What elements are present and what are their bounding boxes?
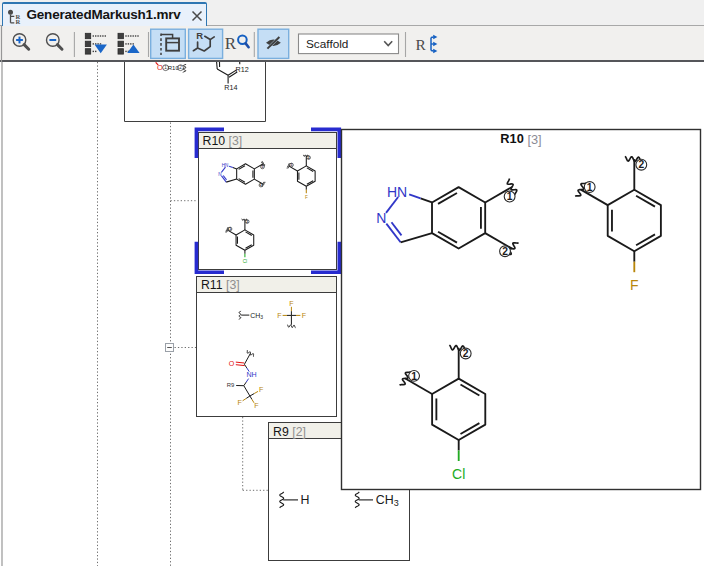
svg-text:1: 1 xyxy=(507,191,513,202)
svg-text:1: 1 xyxy=(262,165,264,169)
svg-text:2: 2 xyxy=(179,65,182,70)
svg-text:F: F xyxy=(630,277,639,293)
svg-text:F: F xyxy=(289,300,294,308)
svg-text:Scaffold: Scaffold xyxy=(306,37,348,51)
svg-text:R10 [3]: R10 [3] xyxy=(500,131,541,146)
svg-text:1: 1 xyxy=(587,182,593,193)
svg-text:O: O xyxy=(229,360,235,368)
svg-text:F: F xyxy=(259,386,264,394)
svg-text:HN: HN xyxy=(222,163,229,168)
svg-text:2: 2 xyxy=(260,183,262,187)
svg-text:N: N xyxy=(218,172,221,177)
svg-text:R14: R14 xyxy=(224,83,237,92)
svg-text:HN: HN xyxy=(387,184,407,200)
svg-text:F: F xyxy=(237,399,242,407)
svg-text:1: 1 xyxy=(229,227,231,231)
svg-text:N: N xyxy=(376,210,386,226)
svg-text:Cl: Cl xyxy=(452,466,465,482)
svg-text:R: R xyxy=(15,18,20,25)
svg-text:1: 1 xyxy=(411,371,417,382)
svg-text:NH: NH xyxy=(246,371,256,379)
svg-text:F: F xyxy=(305,195,308,200)
svg-text:F: F xyxy=(254,402,259,410)
svg-text:F: F xyxy=(302,312,307,320)
svg-text:H: H xyxy=(300,493,309,507)
svg-text:R: R xyxy=(196,30,203,41)
svg-text:2: 2 xyxy=(463,348,469,359)
svg-text:R11 [3]: R11 [3] xyxy=(201,278,240,292)
svg-text:Cl: Cl xyxy=(243,259,247,264)
svg-text:2: 2 xyxy=(308,156,310,160)
svg-text:2: 2 xyxy=(246,220,248,224)
svg-text:R12: R12 xyxy=(236,65,249,74)
svg-text:R10 [3]: R10 [3] xyxy=(203,134,243,148)
svg-text:R9: R9 xyxy=(227,382,235,388)
svg-text:1: 1 xyxy=(291,163,293,167)
svg-text:2: 2 xyxy=(638,159,644,170)
svg-text:O: O xyxy=(157,63,163,72)
svg-text:R: R xyxy=(416,36,427,53)
svg-text:2: 2 xyxy=(502,246,508,257)
svg-text:R9 [2]: R9 [2] xyxy=(273,425,306,439)
svg-text:F: F xyxy=(277,312,282,320)
svg-text:R: R xyxy=(225,34,237,53)
